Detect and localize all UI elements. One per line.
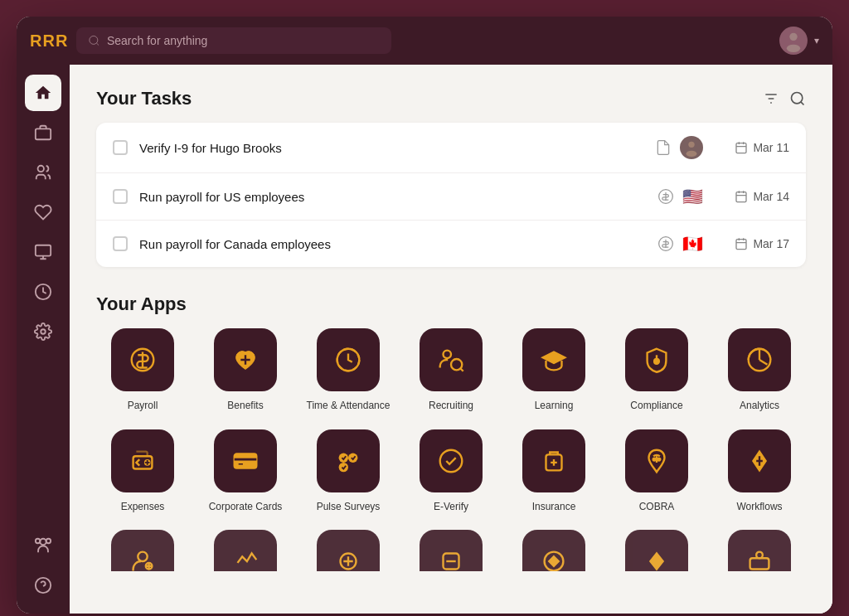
tasks-title: Your Tasks: [96, 88, 192, 109]
sidebar: [17, 65, 70, 614]
app-r3-6[interactable]: [610, 530, 703, 571]
svg-point-51: [653, 458, 656, 460]
task-icons-1: [655, 136, 703, 159]
app-icon-compliance: [625, 328, 688, 391]
task-date-2: Mar 14: [715, 190, 789, 203]
app-label-payroll: Payroll: [128, 400, 158, 413]
app-r3-7[interactable]: [713, 530, 806, 571]
app-r3-5[interactable]: [507, 530, 600, 571]
app-icon-learning: [522, 328, 585, 391]
sidebar-item-jobs[interactable]: [25, 114, 61, 151]
svg-rect-24: [736, 192, 746, 202]
svg-rect-5: [36, 245, 51, 256]
task-icons-3: 🇨🇦: [657, 234, 703, 254]
app-label-time: Time & Attendance: [307, 400, 391, 413]
app-time-attendance[interactable]: Time & Attendance: [302, 328, 395, 413]
task-checkbox-1[interactable]: [113, 140, 128, 155]
svg-point-17: [688, 142, 694, 148]
app-icon-corporate-cards: [214, 429, 277, 492]
sidebar-item-help[interactable]: [25, 567, 61, 604]
avatar[interactable]: [779, 27, 808, 55]
svg-rect-45: [238, 462, 245, 465]
task-label-1: Verify I-9 for Hugo Brooks: [139, 141, 643, 155]
chevron-down-icon[interactable]: ▾: [814, 35, 819, 46]
app-benefits[interactable]: Benefits: [199, 328, 292, 413]
app-pulse-surveys[interactable]: Pulse Surveys: [302, 429, 395, 514]
sidebar-item-settings[interactable]: [25, 313, 61, 350]
svg-point-0: [90, 36, 98, 44]
app-analytics[interactable]: Analytics: [713, 328, 806, 413]
sidebar-item-people[interactable]: [25, 154, 61, 191]
app-window: RRR ▾: [17, 17, 832, 614]
search-input[interactable]: [107, 34, 380, 47]
topbar: RRR ▾: [17, 17, 832, 65]
task-icons-2: 🇺🇸: [657, 187, 703, 206]
svg-point-1: [789, 33, 797, 41]
search-bar[interactable]: [76, 27, 391, 54]
apps-header: Your Apps: [96, 293, 806, 315]
tasks-header: Your Tasks: [96, 88, 806, 109]
app-icon-cobra: [625, 429, 688, 492]
svg-point-9: [46, 539, 51, 544]
app-r3-3[interactable]: [302, 530, 395, 571]
app-icon-time-attendance: [317, 328, 380, 391]
app-expenses[interactable]: Expenses: [96, 429, 189, 514]
svg-point-48: [339, 462, 348, 471]
app-icon-r3-4: [420, 530, 483, 571]
table-row: Verify I-9 for Hugo Brooks Mar 11: [96, 123, 806, 173]
app-compliance[interactable]: Compliance: [610, 328, 703, 413]
app-icon-r3-1: [111, 530, 174, 571]
svg-rect-3: [36, 129, 51, 139]
svg-point-8: [40, 539, 46, 545]
app-r3-4[interactable]: [405, 530, 497, 571]
task-label-2: Run payroll for US employees: [139, 190, 646, 204]
svg-rect-19: [736, 143, 746, 153]
app-icon-recruiting: [420, 328, 483, 391]
main-layout: Your Tasks Verify I-9 for Hugo Brooks: [17, 65, 832, 614]
dollar-circle-icon-1: [657, 188, 674, 205]
app-label-benefits: Benefits: [227, 400, 263, 413]
calendar-icon-2: [735, 190, 748, 203]
app-e-verify[interactable]: E-Verify: [405, 429, 497, 514]
app-icon-insurance: [522, 429, 585, 492]
app-icon-r3-5: [522, 530, 585, 571]
sidebar-item-home[interactable]: [25, 75, 61, 111]
app-insurance[interactable]: Insurance: [507, 429, 600, 514]
app-r3-1[interactable]: [96, 530, 189, 571]
avatar-small-1: [680, 136, 703, 159]
svg-point-38: [654, 359, 659, 364]
sidebar-item-team[interactable]: [25, 527, 61, 564]
sidebar-item-payroll[interactable]: [25, 274, 61, 310]
app-icon-pulse-surveys: [317, 429, 380, 492]
filter-icon[interactable]: [763, 90, 779, 107]
app-workflows[interactable]: Workflows: [713, 429, 806, 514]
svg-point-49: [440, 449, 463, 472]
app-label-compliance: Compliance: [630, 400, 682, 413]
app-icon-e-verify: [420, 429, 483, 492]
tasks-list: Verify I-9 for Hugo Brooks Mar 11: [96, 123, 806, 267]
app-label-e-verify: E-Verify: [434, 501, 468, 514]
app-learning[interactable]: Learning: [507, 328, 600, 413]
search-tasks-icon[interactable]: [789, 90, 806, 107]
table-row: Run payroll for Canada employees 🇨🇦 Mar …: [96, 221, 806, 267]
app-icon-r3-6: [625, 530, 688, 571]
apps-grid-row2: Expenses Corporate Cards: [96, 429, 806, 514]
svg-point-47: [348, 453, 357, 462]
app-r3-2[interactable]: [199, 530, 292, 571]
app-icon-analytics: [728, 328, 791, 391]
app-corporate-cards[interactable]: Corporate Cards: [199, 429, 292, 514]
app-icon-r3-2: [214, 530, 277, 571]
calendar-icon-3: [735, 237, 748, 250]
sidebar-item-reports[interactable]: [25, 234, 61, 270]
sidebar-item-benefits[interactable]: [25, 194, 61, 230]
app-icon-expenses: [111, 429, 174, 492]
app-payroll[interactable]: Payroll: [96, 328, 189, 413]
logo: RRR: [30, 32, 63, 51]
app-recruiting[interactable]: Recruiting: [405, 328, 497, 413]
app-cobra[interactable]: COBRA: [610, 429, 703, 514]
svg-point-7: [41, 329, 46, 334]
svg-rect-29: [736, 240, 746, 250]
document-icon: [655, 139, 672, 156]
task-checkbox-3[interactable]: [113, 236, 128, 251]
task-checkbox-2[interactable]: [113, 189, 128, 204]
